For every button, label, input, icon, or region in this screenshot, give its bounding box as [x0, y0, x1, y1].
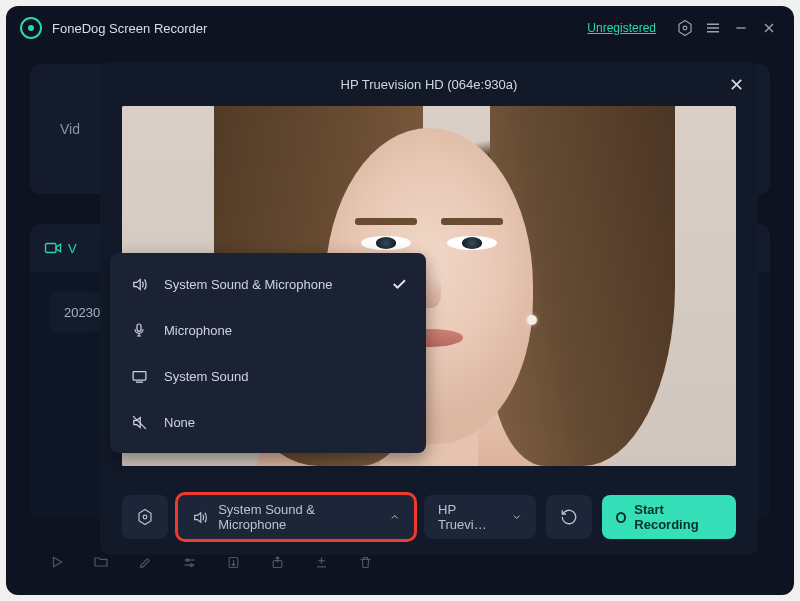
- speaker-icon: [192, 509, 208, 526]
- app-window: FoneDog Screen Recorder Unregistered Vid…: [6, 6, 794, 595]
- chevron-down-icon: [511, 511, 522, 523]
- speaker-off-icon: [128, 414, 150, 431]
- svg-rect-28: [137, 324, 141, 331]
- camera-selector[interactable]: HP Truevi…: [424, 495, 536, 539]
- audio-source-label: System Sound & Microphone: [218, 502, 378, 532]
- start-recording-button[interactable]: Start Recording: [602, 495, 736, 539]
- svg-rect-8: [46, 244, 57, 253]
- menu-icon[interactable]: [702, 17, 724, 39]
- audio-option-microphone[interactable]: Microphone: [110, 307, 426, 353]
- refresh-button[interactable]: [546, 495, 592, 539]
- app-logo-icon: [20, 17, 42, 39]
- tab-video-label: V: [68, 241, 77, 256]
- audio-select-wrapper: System Sound & Microphone: [178, 495, 414, 539]
- audio-option-label: System Sound & Microphone: [164, 277, 332, 292]
- trash-icon[interactable]: [356, 553, 374, 571]
- audio-option-label: System Sound: [164, 369, 249, 384]
- export-icon[interactable]: [268, 553, 286, 571]
- audio-option-label: None: [164, 415, 195, 430]
- audio-source-dropdown: System Sound & Microphone Microphone Sys…: [110, 253, 426, 453]
- microphone-icon: [128, 322, 150, 338]
- svg-rect-29: [133, 371, 146, 380]
- convert-icon[interactable]: [224, 553, 242, 571]
- titlebar: FoneDog Screen Recorder Unregistered: [6, 6, 794, 50]
- minimize-button[interactable]: [730, 17, 752, 39]
- monitor-icon: [128, 368, 150, 385]
- camera-label: HP Truevi…: [438, 502, 505, 532]
- modal-header: HP Truevision HD (064e:930a) ✕: [100, 62, 758, 106]
- folder-icon[interactable]: [92, 553, 110, 571]
- edit-icon[interactable]: [136, 553, 154, 571]
- modal-close-button[interactable]: ✕: [729, 74, 744, 96]
- audio-option-label: Microphone: [164, 323, 232, 338]
- svg-point-1: [683, 26, 687, 30]
- modal-controls: System Sound & Microphone HP Truevi… Sta…: [122, 493, 736, 541]
- svg-marker-0: [679, 21, 691, 36]
- audio-source-selector[interactable]: System Sound & Microphone: [178, 495, 414, 539]
- app-title: FoneDog Screen Recorder: [52, 21, 207, 36]
- audio-option-system-and-mic[interactable]: System Sound & Microphone: [110, 261, 426, 307]
- record-icon: [616, 512, 626, 523]
- svg-marker-26: [139, 510, 151, 525]
- add-icon[interactable]: [312, 553, 330, 571]
- close-button[interactable]: [758, 17, 780, 39]
- svg-marker-16: [54, 557, 62, 566]
- settings-hex-icon[interactable]: [674, 17, 696, 39]
- register-link[interactable]: Unregistered: [587, 21, 656, 35]
- play-icon[interactable]: [48, 553, 66, 571]
- svg-point-27: [143, 515, 147, 519]
- check-icon: [390, 275, 408, 293]
- tab-video[interactable]: V: [44, 241, 77, 256]
- audio-option-none[interactable]: None: [110, 399, 426, 445]
- chevron-up-icon: [389, 511, 400, 523]
- speaker-icon: [128, 276, 150, 293]
- sliders-icon[interactable]: [180, 553, 198, 571]
- modal-title: HP Truevision HD (064e:930a): [341, 77, 518, 92]
- start-recording-label: Start Recording: [634, 502, 722, 532]
- audio-option-system-sound[interactable]: System Sound: [110, 353, 426, 399]
- video-icon: [44, 241, 62, 255]
- preview-settings-button[interactable]: [122, 495, 168, 539]
